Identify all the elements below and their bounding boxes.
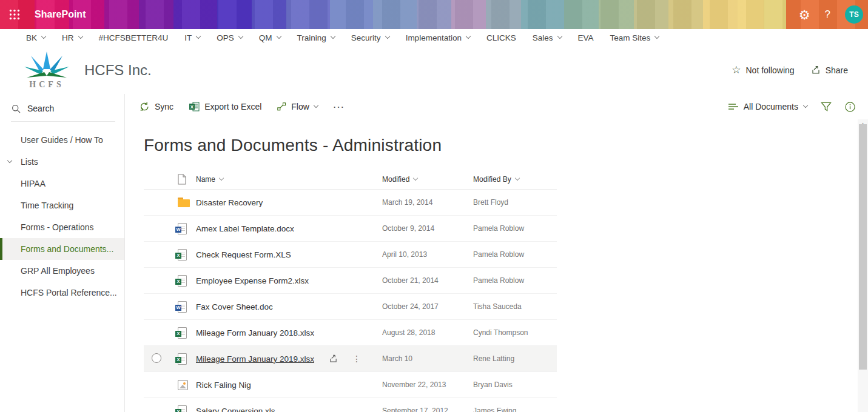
modified-date: March 10 xyxy=(382,354,473,363)
sidebar-item-grp-all-employees[interactable]: GRP All Employees xyxy=(0,260,124,282)
site-logo[interactable]: HCFS xyxy=(22,51,71,89)
sidebar-item-time-tracking[interactable]: Time Tracking xyxy=(0,194,124,216)
file-name-link[interactable]: Mileage Form January 2018.xlsx xyxy=(196,328,314,337)
share-button[interactable]: Share xyxy=(811,65,848,75)
column-header-name[interactable]: Name xyxy=(196,175,382,184)
table-row[interactable]: Disaster Recovery March 19, 2014 Brett F… xyxy=(144,190,557,216)
leaf-star-icon: HCFS xyxy=(22,51,71,89)
nav-item-hr[interactable]: HR xyxy=(62,33,82,42)
gear-icon[interactable]: ⚙ xyxy=(799,8,810,21)
nav-item-bk[interactable]: BK xyxy=(26,33,45,42)
table-row[interactable]: X Mileage Form January 2019.xlsx ⋮ March… xyxy=(144,346,557,372)
file-name-link[interactable]: Disaster Recovery xyxy=(196,198,263,207)
chevron-down-icon xyxy=(276,34,281,39)
nav-item-team-sites[interactable]: Team Sites xyxy=(610,33,659,42)
filter-icon[interactable] xyxy=(821,102,832,111)
help-button[interactable]: ? xyxy=(825,8,830,21)
sidebar-item-forms-and-documents[interactable]: Forms and Documents... xyxy=(0,238,124,260)
row-select-radio[interactable] xyxy=(152,353,161,363)
sidebar-item-label: Time Tracking xyxy=(21,201,73,210)
excel-file-icon: X xyxy=(178,275,187,287)
search-button[interactable]: Search xyxy=(0,104,124,121)
more-actions-icon[interactable]: ⋮ xyxy=(352,354,361,364)
sidebar-item-label: User Guides / How To xyxy=(21,135,103,145)
waffle-grid-icon xyxy=(9,9,20,20)
file-name-link[interactable]: Mileage Form January 2019.xlsx xyxy=(196,354,314,364)
modified-by: Pamela Roblow xyxy=(473,224,557,233)
modified-by: Cyndi Thompson xyxy=(473,328,557,337)
file-name-link[interactable]: Employee Expense Form2.xlsx xyxy=(196,276,309,285)
nav-item-hcfsbetter4u[interactable]: #HCFSBETTER4U xyxy=(99,33,169,42)
sidebar-item-lists[interactable]: Lists xyxy=(0,151,124,173)
chevron-down-icon xyxy=(385,34,389,39)
excel-badge: X xyxy=(175,409,181,412)
file-name-link[interactable]: Check Request Form.XLS xyxy=(196,250,291,259)
vertical-scrollbar[interactable]: ▲ xyxy=(858,119,868,412)
follow-label: Not following xyxy=(745,65,794,75)
modified-by: Rene Latting xyxy=(473,354,557,363)
column-header-modified-by[interactable]: Modified By xyxy=(473,175,557,184)
avatar[interactable]: TS xyxy=(845,5,863,24)
chevron-down-icon xyxy=(514,176,519,181)
table-row[interactable]: X Mileage Form January 2018.xlsx August … xyxy=(144,320,557,346)
nav-item-training[interactable]: Training xyxy=(297,33,335,42)
export-to-excel-button[interactable]: X Export to Excel xyxy=(189,102,261,111)
file-name-link[interactable]: Rick Faling Nig xyxy=(196,380,251,390)
chevron-down-icon xyxy=(413,176,418,181)
file-name-link[interactable]: Amex Label Template.docx xyxy=(196,224,294,233)
word-file-icon: W xyxy=(178,223,187,234)
sidebar-item-hcfs-portal-reference[interactable]: HCFS Portal Reference... xyxy=(0,282,124,304)
nav-item-sales[interactable]: Sales xyxy=(533,33,562,42)
nav-item-label: QM xyxy=(259,33,272,42)
suite-top-bar: SharePoint ⚙ ? TS xyxy=(0,0,868,29)
sidebar-item-user-guides-how-to[interactable]: User Guides / How To xyxy=(0,129,124,151)
sharepoint-brand[interactable]: SharePoint xyxy=(35,9,86,20)
file-name-link[interactable]: Salary Conversion.xls xyxy=(196,407,275,412)
excel-badge: X xyxy=(175,279,181,285)
nav-item-clicks[interactable]: CLICKS xyxy=(486,33,516,42)
nav-item-security[interactable]: Security xyxy=(351,33,389,42)
column-header-modified[interactable]: Modified xyxy=(382,175,473,184)
site-title[interactable]: HCFS Inc. xyxy=(84,62,152,79)
sidebar: Search User Guides / How To Lists HIPAA … xyxy=(0,94,125,412)
modified-by: Pamela Roblow xyxy=(473,250,557,259)
info-icon[interactable] xyxy=(845,102,855,112)
sidebar-item-label: Forms and Documents... xyxy=(21,244,113,254)
file-type-column-icon[interactable] xyxy=(178,174,186,185)
folder-icon xyxy=(178,199,190,207)
file-name-link[interactable]: Fax Cover Sheet.doc xyxy=(196,302,273,311)
table-row[interactable]: Rick Faling Nig November 22, 2013 Bryan … xyxy=(144,372,557,398)
table-row[interactable]: X Employee Expense Form2.xlsx October 21… xyxy=(144,268,557,294)
share-label: Share xyxy=(826,65,848,75)
table-row[interactable]: X Check Request Form.XLS April 10, 2013 … xyxy=(144,242,557,268)
app-launcher-button[interactable] xyxy=(0,0,29,29)
share-icon[interactable] xyxy=(329,354,338,363)
sync-button[interactable]: Sync xyxy=(140,102,173,111)
excel-icon: X xyxy=(189,102,200,111)
modified-by: James Ewing xyxy=(473,407,557,412)
scrollbar-thumb[interactable] xyxy=(859,124,867,370)
view-selector[interactable]: All Documents xyxy=(728,102,807,111)
sidebar-item-hipaa[interactable]: HIPAA xyxy=(0,173,124,194)
table-row[interactable]: X Salary Conversion.xls September 17, 20… xyxy=(144,398,557,412)
modified-date: October 24, 2017 xyxy=(382,302,473,311)
nav-item-ops[interactable]: OPS xyxy=(217,33,243,42)
nav-item-it[interactable]: IT xyxy=(184,33,200,42)
more-commands-button[interactable]: ··· xyxy=(334,102,345,111)
chevron-down-icon xyxy=(78,34,82,39)
star-icon: ☆ xyxy=(732,65,741,75)
nav-item-eva[interactable]: EVA xyxy=(578,33,594,42)
sidebar-item-forms-operations[interactable]: Forms - Operations xyxy=(0,216,124,238)
follow-button[interactable]: ☆ Not following xyxy=(732,65,794,75)
table-row[interactable]: W Amex Label Template.docx October 9, 20… xyxy=(144,216,557,242)
nav-item-label: Team Sites xyxy=(610,33,651,42)
flow-button[interactable]: Flow xyxy=(277,102,318,111)
nav-item-label: BK xyxy=(26,33,37,42)
chevron-down-icon[interactable] xyxy=(7,158,12,163)
nav-item-qm[interactable]: QM xyxy=(259,33,281,42)
sidebar-item-label: GRP All Employees xyxy=(21,266,95,276)
nav-item-implementation[interactable]: Implementation xyxy=(406,33,470,42)
flow-icon xyxy=(277,102,286,111)
table-row[interactable]: W Fax Cover Sheet.doc October 24, 2017 T… xyxy=(144,294,557,320)
nav-item-label: Sales xyxy=(533,33,553,42)
